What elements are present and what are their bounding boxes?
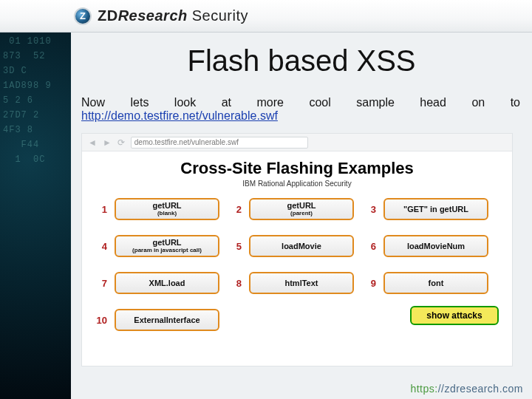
cell-num: 5 (227, 241, 242, 252)
address-text: demo.testfire.net/vulnerable.swf (134, 138, 239, 146)
brand-text: ZDResearchSecurity (98, 7, 248, 24)
row-10: 10 ExternalInterface (92, 309, 219, 331)
brand-logo-icon (74, 7, 92, 25)
footer-url: https://zdresearch.com (410, 383, 523, 395)
cell-label: loadMovie (282, 242, 321, 250)
cell-num: 6 (361, 241, 376, 252)
cell-label: "GET" in getURL (403, 205, 468, 214)
sidebar-decoration: 01 1010 873 52 3D C 1AD898 9 5 2 6 27D7 … (0, 0, 71, 399)
cell-sub: (blank) (157, 211, 177, 216)
flash-page-body: Cross-Site Flashing Examples IBM Rationa… (82, 151, 512, 331)
brand-part2: Research (118, 7, 188, 24)
cell-label: htmlText (284, 279, 318, 287)
example-button[interactable]: loadMovie (249, 235, 354, 257)
cell-num: 3 (361, 204, 376, 215)
example-button[interactable]: "GET" in getURL (383, 198, 488, 220)
embedded-screenshot: ◄ ► ⟳ demo.testfire.net/vulnerable.swf C… (81, 133, 513, 366)
show-attacks-button[interactable]: show attacks (410, 306, 499, 325)
cell-label: ExternalInterface (134, 316, 200, 324)
cell-num: 2 (227, 204, 242, 215)
example-button[interactable]: htmlText (249, 272, 354, 294)
cell-num: 10 (92, 315, 107, 326)
cell-num: 8 (227, 278, 242, 289)
intro-paragraph: Now lets look at more cool sample head o… (81, 96, 520, 123)
slide-title: Flash based XSS (71, 44, 532, 78)
intro-text: Now lets look at more cool sample head o… (81, 96, 520, 109)
flash-subheading: IBM Rational Application Security (92, 180, 502, 188)
cell-label: XML.load (149, 279, 185, 287)
brand-part3: Security (192, 7, 248, 24)
topbar: ZDResearchSecurity (0, 0, 532, 33)
slide: 01 1010 873 52 3D C 1AD898 9 5 2 6 27D7 … (0, 0, 532, 399)
cell-sub: (parent) (290, 211, 313, 216)
cell-label: loadMovieNum (407, 242, 465, 250)
footer-rest: //zdresearch.com (438, 383, 523, 395)
example-button[interactable]: getURL(param in javascript call) (115, 235, 219, 257)
browser-toolbar: ◄ ► ⟳ demo.testfire.net/vulnerable.swf (82, 134, 512, 151)
cell-num: 4 (92, 241, 107, 252)
flash-heading: Cross-Site Flashing Examples (92, 159, 502, 178)
example-button[interactable]: getURL(parent) (249, 198, 354, 220)
cell-label: font (429, 279, 444, 287)
intro-link[interactable]: http://demo.testfire.net/vulnerable.swf (81, 109, 278, 122)
cell-label: getURL (152, 239, 181, 247)
back-icon: ◄ (88, 137, 97, 148)
reload-icon: ⟳ (117, 137, 125, 148)
example-button[interactable]: loadMovieNum (383, 235, 488, 257)
example-button[interactable]: font (383, 272, 488, 294)
cell-num: 1 (92, 204, 107, 215)
cell-label: getURL (152, 202, 181, 210)
address-bar: demo.testfire.net/vulnerable.swf (131, 137, 308, 149)
cell-num: 9 (361, 278, 376, 289)
example-button[interactable]: ExternalInterface (115, 309, 219, 331)
example-button[interactable]: getURL(blank) (115, 198, 219, 220)
forward-icon: ► (103, 137, 112, 148)
footer-https: https: (410, 383, 437, 395)
brand-part1: ZD (98, 7, 118, 24)
cell-num: 7 (92, 278, 107, 289)
cell-label: getURL (287, 202, 316, 210)
example-button[interactable]: XML.load (115, 272, 219, 294)
cell-sub: (param in javascript call) (132, 248, 202, 253)
